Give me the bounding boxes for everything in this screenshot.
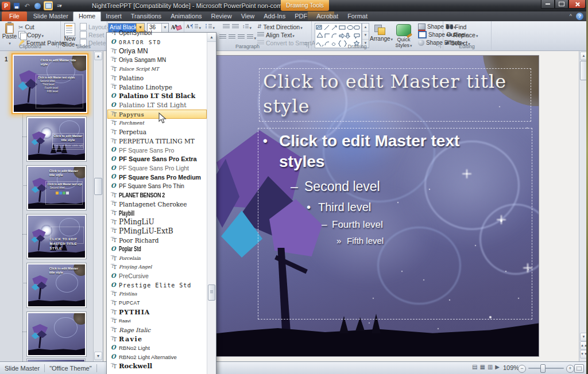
font-option[interactable]: PF Square Sans Pro Thin	[107, 182, 207, 191]
font-option[interactable]: PF Square Sans Pro	[107, 146, 207, 155]
font-option[interactable]: RBNo2 Light	[107, 344, 207, 353]
undo-button[interactable]: ↶	[23, 2, 31, 10]
help-button[interactable]: ?	[576, 13, 583, 20]
font-option[interactable]: Perpetua	[107, 128, 207, 137]
font-option[interactable]: Papyrus	[107, 110, 207, 119]
font-option[interactable]: Plantagenet Cherokee	[107, 200, 207, 209]
font-option[interactable]: PMingLiU	[107, 217, 207, 227]
close-button[interactable]	[568, 0, 586, 9]
save-button[interactable]	[13, 2, 21, 10]
font-option[interactable]: Palatino LT Std Black	[107, 92, 207, 101]
font-option[interactable]: RBNo2 Light Alternative	[107, 353, 207, 362]
redo-button[interactable]	[33, 2, 41, 10]
font-option[interactable]: Palace Script MT	[107, 65, 207, 74]
font-option[interactable]: PF Square Sans Pro Medium	[107, 173, 207, 182]
font-option[interactable]: PF Square Sans Pro Light	[107, 163, 207, 173]
ribbon-tab[interactable]: Transitions	[126, 11, 166, 21]
layout-thumbnail-section[interactable]: CLICK TO EDIT MASTER TITLE STYLE	[26, 214, 87, 259]
font-option[interactable]: Parchment	[107, 119, 207, 128]
dropdown-scrollbar[interactable]: ▲	[207, 33, 216, 374]
title-placeholder[interactable]: Click to edit Master title style	[259, 68, 531, 122]
cut-button[interactable]: Cut	[18, 23, 34, 30]
font-option[interactable]: Praying Angel	[107, 263, 207, 272]
font-option[interactable]: Palatino LT Std Light	[107, 101, 207, 110]
ribbon-tab[interactable]: Acrobat	[312, 11, 343, 21]
clipboard-dialog-launcher[interactable]	[53, 42, 59, 48]
layout-button[interactable]: Layout	[80, 23, 109, 30]
font-option[interactable]: Rage Italic	[107, 326, 207, 335]
slideshow-icon[interactable]: ▶	[495, 364, 500, 370]
zoom-percentage[interactable]: 109%	[503, 364, 519, 371]
numbering-button[interactable]	[206, 22, 215, 30]
font-option[interactable]: PF Square Sans Pro Extra	[107, 155, 207, 164]
bullet-level-1[interactable]: •Click to edit Master text styles	[263, 131, 508, 172]
qat-active-button[interactable]	[44, 1, 53, 10]
layout-thumbnail-blank[interactable]	[26, 311, 87, 357]
text-direction-button[interactable]: ⇵ Text Direction	[257, 23, 303, 30]
pane-scrollbar[interactable]: ▲ ▼	[93, 50, 103, 361]
master-title-text[interactable]: Click to edit Master title style	[260, 69, 531, 119]
slide-master-editor[interactable]: Click to edit Master title style •Click …	[204, 55, 539, 357]
powerpoint-app-icon[interactable]: P	[2, 2, 10, 10]
line-spacing-button[interactable]: ↕	[242, 22, 252, 30]
font-option[interactable]: Playbill	[107, 209, 207, 218]
font-option[interactable]: Raavi	[107, 317, 207, 326]
ribbon-tab[interactable]: Slide Master	[29, 11, 73, 21]
font-option[interactable]: Porcelain	[107, 254, 207, 263]
font-option[interactable]: Pristina	[107, 290, 207, 299]
font-option[interactable]: Orator Std	[107, 38, 207, 47]
font-option[interactable]: Poplar Std	[107, 245, 207, 254]
paragraph-dialog-launcher[interactable]	[303, 42, 309, 48]
align-left-button[interactable]	[218, 33, 227, 41]
layout-thumbnail-title-only[interactable]: Click to edit Master title style	[26, 263, 87, 308]
master-thumbnail[interactable]: Click to edit Master title style Click t…	[11, 53, 88, 114]
font-option[interactable]: PLANET BENSON 2	[107, 190, 207, 200]
font-option[interactable]: Ravie	[107, 334, 207, 344]
layout-thumbnail-title[interactable]: Click to edit Master title style Click t…	[26, 116, 87, 162]
shapes-scroll-up-icon[interactable]: ▲	[362, 24, 369, 32]
dropdown-scrollbar-thumb[interactable]	[208, 285, 215, 301]
minimize-ribbon-button[interactable]: ^	[570, 13, 572, 19]
font-option[interactable]: PMingLiU-ExtB	[107, 227, 207, 236]
reading-view-icon[interactable]: ▥	[488, 364, 493, 370]
ribbon-tab[interactable]: Insert	[101, 11, 126, 21]
increase-indent-button[interactable]	[231, 22, 240, 30]
font-option[interactable]: Poor Richard	[107, 236, 207, 245]
ribbon-tab[interactable]: Format	[343, 11, 372, 21]
zoom-slider-track[interactable]	[528, 368, 564, 369]
ribbon-tab[interactable]: View	[237, 11, 260, 21]
dropdown-scroll-up-icon[interactable]: ▲	[207, 33, 216, 42]
normal-view-icon[interactable]: ▤	[472, 364, 477, 370]
font-option[interactable]: Palatino Linotype	[107, 83, 207, 92]
find-button[interactable]: Find	[446, 23, 466, 30]
slide-sorter-icon[interactable]: ▦	[479, 364, 485, 370]
font-option[interactable]: PERPETUA TITLING MT	[107, 137, 207, 146]
replace-button[interactable]: ab Replace	[446, 31, 478, 38]
align-text-button[interactable]: Align Text	[257, 31, 295, 38]
font-option[interactable]: OpenSymbol	[107, 29, 207, 38]
font-option[interactable]: Rockwell	[107, 361, 207, 371]
columns-button[interactable]	[247, 33, 256, 41]
pane-scroll-down-icon[interactable]: ▼	[94, 352, 102, 360]
align-right-button[interactable]	[237, 33, 246, 41]
font-option[interactable]: Palatino	[107, 73, 207, 83]
ribbon-tab[interactable]: Review	[207, 11, 237, 21]
ribbon-tab[interactable]: Add-Ins	[259, 11, 290, 21]
pane-scroll-up-icon[interactable]: ▲	[94, 52, 102, 60]
layout-thumbnail-content[interactable]: Click to edit Master title style Click t…	[26, 165, 87, 211]
ribbon-tab[interactable]: Animations	[166, 11, 206, 21]
ribbon-tab[interactable]: Home	[73, 11, 101, 21]
zoom-out-button[interactable]: −	[518, 365, 526, 373]
font-option[interactable]: PreCursive	[107, 272, 207, 281]
font-option[interactable]: Prestige Elite Std	[107, 280, 207, 290]
font-option[interactable]: Oriya Sangam MN	[107, 56, 207, 65]
reset-button[interactable]: Reset	[80, 31, 104, 38]
copy-button[interactable]: Copy	[18, 31, 44, 38]
font-option[interactable]: Pupcat	[107, 299, 207, 308]
shapes-scroll-down-icon[interactable]: ▼	[362, 32, 369, 40]
drawing-dialog-launcher[interactable]	[435, 42, 441, 48]
font-option[interactable]: Oriya MN	[107, 46, 207, 56]
bullet-level-4[interactable]: –Fourth level	[322, 219, 532, 231]
bullet-level-2[interactable]: –Second level	[291, 179, 532, 194]
maximize-button[interactable]	[555, 0, 568, 9]
